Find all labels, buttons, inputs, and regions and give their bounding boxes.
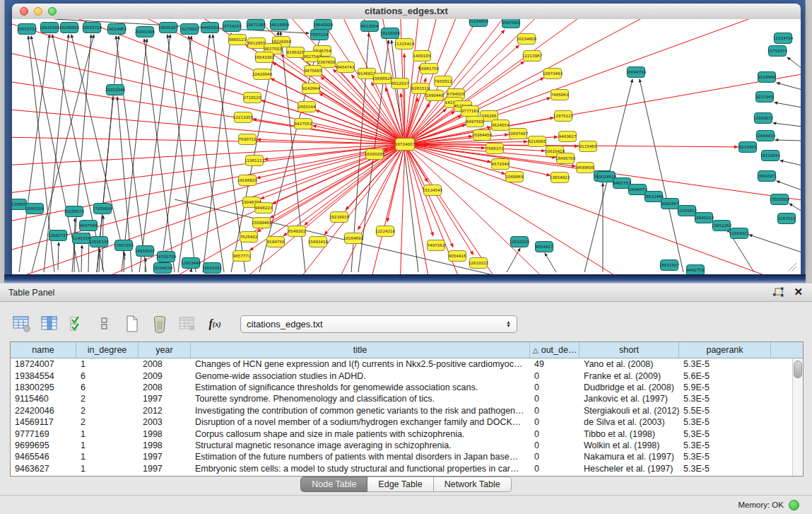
graph-node[interactable]: 12942737	[48, 230, 69, 241]
graph-node[interactable]: 2687682	[502, 19, 520, 28]
graph-node[interactable]: 10294534	[153, 263, 173, 274]
graph-node[interactable]: 20553722	[17, 24, 37, 35]
graph-node[interactable]: 12975125	[553, 111, 574, 122]
graph-node[interactable]: 18931599	[40, 23, 60, 33]
graph-node[interactable]: 9227343	[756, 92, 774, 103]
graph-node[interactable]: 15751074	[767, 46, 788, 57]
graph-node[interactable]: 10973493	[543, 69, 563, 79]
graph-node[interactable]: 10945213	[694, 213, 714, 223]
graph-node[interactable]: 12224216	[375, 226, 396, 237]
graph-node[interactable]: 8813054	[361, 21, 379, 32]
graph-node[interactable]: 9462758	[687, 265, 705, 275]
graph-node[interactable]: 16648794	[626, 67, 647, 78]
graph-node[interactable]: 12093872	[753, 113, 773, 124]
table-selector-dropdown[interactable]: citations_edges.txt ▲▼	[240, 315, 517, 333]
graph-node[interactable]: 1068869	[506, 172, 524, 182]
graph-node[interactable]: 25206850	[59, 23, 80, 33]
graph-node[interactable]: 9054417	[536, 242, 553, 252]
graph-node[interactable]: 15493410	[308, 237, 329, 247]
column-header-in_degree[interactable]: in_degree	[76, 342, 139, 358]
graph-node[interactable]: 1990448	[426, 90, 444, 101]
graph-node[interactable]: 20053346	[105, 85, 126, 95]
zoom-window-button[interactable]	[48, 7, 57, 16]
network-canvas[interactable]: 1872400788601238912955182260589827502165…	[12, 19, 801, 274]
graph-node[interactable]: 9115460	[579, 141, 597, 152]
graph-node[interactable]: 20891406	[135, 27, 155, 37]
graph-node[interactable]: 20206573	[64, 206, 85, 217]
graph-node[interactable]: 9463627	[559, 132, 577, 142]
table-row[interactable]: 977716911998Corpus callosum shape and si…	[11, 428, 803, 439]
graph-node[interactable]: 1409105	[413, 51, 431, 62]
graph-node[interactable]: 15099481	[252, 218, 272, 228]
graph-node[interactable]: 8822037	[392, 78, 409, 89]
window-titlebar[interactable]: citations_edges.txt	[12, 4, 801, 20]
graph-node[interactable]: 17957255	[114, 240, 134, 251]
graph-node[interactable]: 17359934	[93, 204, 113, 214]
graph-node[interactable]: 10807487	[508, 129, 529, 139]
delete-column-icon[interactable]	[151, 315, 169, 333]
delete-table-icon[interactable]	[178, 315, 196, 333]
tab-network-table[interactable]: Network Table	[434, 477, 512, 492]
table-row[interactable]: 1456911722003Disruption of a novel membe…	[11, 416, 803, 428]
graph-node[interactable]: 9054416	[449, 251, 466, 262]
graph-node[interactable]: 7625402	[240, 232, 258, 243]
tab-edge-table[interactable]: Edge Table	[367, 477, 433, 492]
graph-node[interactable]: 9857771	[233, 251, 251, 262]
graph-node[interactable]: 22420046	[252, 69, 273, 80]
network-canvas-svg[interactable]: 1872400788601238912955182260589827502165…	[12, 19, 801, 274]
graph-node[interactable]: 9194756	[267, 237, 285, 247]
graph-node[interactable]: 19014953	[107, 24, 127, 35]
table-vertical-scrollbar[interactable]	[792, 358, 803, 476]
graph-node[interactable]: 13654923	[550, 173, 570, 183]
graph-node[interactable]: 15671388	[246, 20, 266, 30]
table-row[interactable]: 1872400712008Changes of HCN gene express…	[11, 358, 803, 370]
table-row[interactable]: 946554611997Estimation of the future num…	[11, 451, 803, 462]
table-row[interactable]: 1830029562008Estimation of significance …	[11, 382, 803, 393]
column-header-name[interactable]: name	[11, 342, 76, 358]
column-header-short[interactable]: short	[579, 342, 679, 358]
graph-node[interactable]: 15692971	[757, 171, 777, 182]
graph-node[interactable]: 16154808	[517, 34, 537, 45]
graph-node[interactable]: 2718120	[244, 93, 261, 103]
graph-node[interactable]: 9875685	[305, 66, 322, 76]
graph-node[interactable]: 9097588	[80, 221, 98, 231]
graph-node[interactable]: 8549302	[288, 226, 306, 237]
graph-node[interactable]: 18216019	[329, 212, 350, 223]
close-window-button[interactable]	[20, 7, 28, 16]
float-panel-icon[interactable]	[772, 287, 785, 298]
graph-node[interactable]: 19218996	[380, 28, 401, 39]
graph-node[interactable]: 3624554	[492, 120, 510, 131]
graph-node[interactable]: 4572048	[492, 159, 510, 170]
graph-node[interactable]: 9466160	[201, 23, 219, 33]
graph-node[interactable]: 1145194	[73, 233, 90, 244]
table-row[interactable]: 1938455462009Genome-wide association stu…	[11, 370, 803, 381]
graph-node[interactable]: 9777169	[461, 106, 479, 117]
graph-node[interactable]: 2520685	[12, 199, 27, 210]
graph-node[interactable]: 11124734	[773, 33, 794, 44]
graph-node[interactable]: 10655287	[158, 23, 179, 33]
column-header-year[interactable]: year	[139, 342, 191, 358]
graph-node[interactable]: 18931597	[659, 260, 680, 271]
graph-node[interactable]: 8454743	[337, 62, 355, 73]
graph-node[interactable]: 2803144	[298, 102, 316, 112]
close-panel-icon[interactable]: ✕	[794, 286, 803, 298]
graph-node[interactable]: 16033809	[269, 20, 290, 30]
graph-node[interactable]: 12444419	[755, 131, 776, 141]
graph-node[interactable]: 20364456	[472, 130, 493, 141]
graph-node[interactable]: 21154854	[469, 19, 489, 27]
graph-node[interactable]: 1893159	[26, 204, 44, 214]
graph-node[interactable]: 7986372	[486, 144, 504, 154]
tab-node-table[interactable]: Node Table	[300, 477, 367, 492]
graph-node[interactable]: 18724007	[395, 139, 416, 151]
graph-node[interactable]: 16782759	[156, 252, 177, 262]
graph-node[interactable]: 10719155	[222, 21, 242, 32]
graph-node[interactable]: 11381111	[245, 156, 265, 166]
graph-node[interactable]: 9699695	[577, 163, 594, 173]
column-header-pagerank[interactable]: pagerank	[679, 342, 771, 358]
graph-node[interactable]: 8912955	[248, 38, 266, 49]
graph-node[interactable]: 13852262	[712, 221, 731, 231]
graph-node[interactable]: 9215953	[739, 142, 757, 153]
table-row[interactable]: 2242004622012Investigating the contribut…	[11, 405, 803, 416]
graph-node[interactable]: 11654321	[729, 228, 750, 239]
graph-node[interactable]: 7857224	[311, 30, 329, 40]
